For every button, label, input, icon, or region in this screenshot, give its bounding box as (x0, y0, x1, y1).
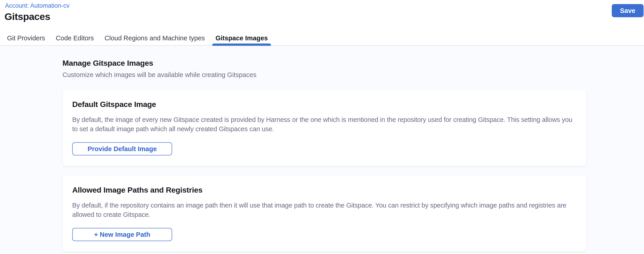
gitspaces-settings-page: Account: Automation-cv Gitspaces Save Gi… (0, 0, 644, 254)
save-button[interactable]: Save (612, 4, 644, 17)
new-image-path-button[interactable]: + New Image Path (72, 228, 172, 241)
section-heading: Manage Gitspace Images (62, 59, 586, 68)
settings-tabbar: Git Providers Code Editors Cloud Regions… (0, 31, 644, 46)
default-gitspace-image-card: Default Gitspace Image By default, the i… (62, 90, 586, 166)
default-gitspace-image-description: By default, the image of every new Gitsp… (72, 115, 576, 134)
page-title: Gitspaces (4, 11, 644, 22)
account-breadcrumb-link[interactable]: Account: Automation-cv (5, 2, 70, 9)
tab-gitspace-images[interactable]: Gitspace Images (216, 31, 268, 45)
default-gitspace-image-title: Default Gitspace Image (72, 100, 576, 109)
tab-cloud-regions-and-machine-types[interactable]: Cloud Regions and Machine types (104, 31, 205, 45)
gitspace-images-panel: Manage Gitspace Images Customize which i… (0, 46, 644, 253)
section-subheading: Customize which images will be available… (62, 71, 586, 79)
tab-git-providers[interactable]: Git Providers (7, 31, 45, 45)
page-header: Account: Automation-cv Gitspaces Save Gi… (0, 0, 644, 46)
provide-default-image-button[interactable]: Provide Default Image (72, 142, 172, 155)
allowed-image-paths-title: Allowed Image Paths and Registries (72, 186, 576, 194)
tab-code-editors[interactable]: Code Editors (56, 31, 94, 45)
allowed-image-paths-card: Allowed Image Paths and Registries By de… (62, 175, 586, 252)
allowed-image-paths-description: By default, if the repository contains a… (72, 201, 576, 219)
